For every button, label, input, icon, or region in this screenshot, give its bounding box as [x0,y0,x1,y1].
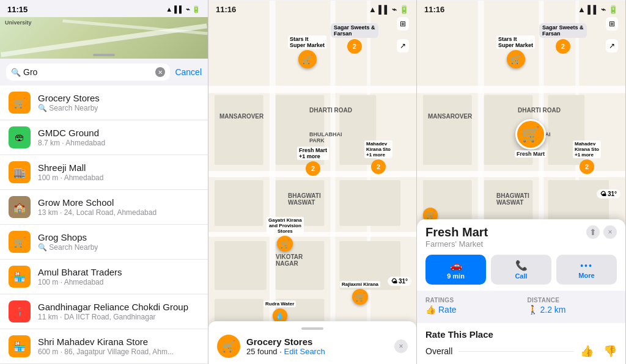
distance-label: DISTANCE [528,297,617,304]
distance-number: 2.2 km [540,305,566,315]
map-panel-2[interactable]: 11:16 ▲ ▌▌ ⌁ 🔋 MANSAROVER DHARTI ROAD BH… [208,0,417,364]
list-item[interactable]: 🏫 Grow More School 13 km · 24, Local Roa… [0,190,208,225]
list-item[interactable]: 🛒 Grog Shops 🔍 Search Nearby [0,225,208,260]
result-text-shreeji: Shreeji Mall 100 m · Ahmedabad [38,162,199,182]
selected-pin-fresh-mart[interactable]: 🛒 Fresh Mart [515,119,547,158]
distance-value: 🚶 2.2 km [528,305,617,315]
list-item[interactable]: 📍 Gandhinagar Reliance Chokdi Group 11 k… [0,294,208,329]
map-label3-bhagwati: BHAGWATIWASWAT [496,192,529,206]
list-item[interactable]: 🏬 Shreeji Mall 100 m · Ahmedabad [0,155,208,190]
temperature-badge-3: 🌤31° [597,189,620,198]
place-info: Fresh Mart Farmers' Market [425,225,488,249]
pin3-icon-stars: 🛒 [507,50,525,68]
rate-link[interactable]: Rate [438,305,457,315]
place-name: Fresh Mart [425,225,488,239]
result-subtitle: 13 km · 24, Local Road, Ahmedabad [38,208,199,217]
result-title: Grocery Stores [38,93,199,103]
temp-value-3: 31° [608,191,617,197]
result-subtitle: 100 m · Ahmedabad [38,173,199,182]
search-input-wrap[interactable]: 🔍 Gro ✕ [6,64,170,81]
result-icon-gandhinagar: 📍 [9,300,31,322]
pin-mahadev-kirana[interactable]: MahadevKirana Sto+1 more 2 [364,140,392,174]
map-thumbnail[interactable]: University [0,17,208,59]
cluster-fresh-mart: 2 [306,161,320,176]
map-label-bhulabhai: BHULABHAIPARK [309,131,342,144]
list-item[interactable]: 🏪 Shri Mahadev Kirana Store 600 m · 86, … [0,329,208,364]
result-icon-mahadev: 🏪 [9,335,31,357]
svg-rect-25 [423,95,472,165]
svg-rect-3 [208,232,416,237]
directions-button[interactable]: 🚗 9 min [425,255,486,285]
edit-search-link[interactable]: Edit Search [284,347,325,356]
svg-rect-19 [417,86,625,93]
status-time-1: 11:15 [7,5,28,14]
map-expand-button[interactable]: ⊞ [397,17,409,31]
more-icon: ••• [580,261,593,271]
pin-rudra-water[interactable]: Rudra Water 💧 [263,300,296,323]
pin-fresh-mart[interactable]: Fresh Mart+1 more 2 [297,147,329,176]
result-text-grow-more: Grow More School 13 km · 24, Local Road,… [38,197,199,217]
directions-label: 9 min [447,272,465,280]
status-time-3: 11:16 [424,5,444,14]
result-title: Shreeji Mall [38,162,199,173]
search-clear-button[interactable]: ✕ [155,67,165,77]
map3-expand-button[interactable]: ⊞ [606,17,618,31]
ratings-label: RATINGS [425,297,515,304]
thumbs-down-button[interactable]: 👎 [603,344,617,358]
map-label-mansarover: MANSAROVER [219,113,263,120]
pin-stars-market[interactable]: Stars ItSuper Market 🛒 [288,35,326,68]
result-text-mahadev: Shri Mahadev Kirana Store 600 m · 86, Ja… [38,337,199,356]
pin-rajlaxmi[interactable]: Rajlaxmi Kirana 🛒 [340,281,380,305]
temp-value: 31° [399,278,408,285]
svg-rect-1 [208,86,416,93]
pin-icon-gayatri: 🛒 [277,236,293,252]
result-icon-amul: 🏪 [9,266,31,288]
place-category: Farmers' Market [425,239,488,249]
grocery-stores-card: 🛒 Grocery Stores 25 found · Edit Search … [208,321,416,364]
result-title: GMDC Ground [38,128,199,138]
cancel-button[interactable]: Cancel [175,67,202,77]
drag-handle[interactable] [93,54,115,56]
svg-rect-13 [215,241,267,290]
list-item[interactable]: 🏪 Amul Bharat Traders 100 m · Ahmedabad [0,260,208,294]
list-item[interactable]: 🏟 GMDC Ground 8.7 km · Ahmedabad [0,120,208,155]
thumbs-up-icon: 👍 [425,305,436,315]
pin3-sagar[interactable]: Sagar Sweets &Farsan 2 [539,23,587,54]
rate-divider [458,351,574,352]
rate-row-overall: Overall 👍 👎 [425,344,617,358]
map3-compass-button[interactable]: ↗ [606,39,618,53]
distance-icon: 🚶 [528,305,538,315]
card-header: 🛒 Grocery Stores 25 found · Edit Search … [217,335,408,358]
close-button[interactable]: × [603,225,617,239]
selected-pin-label: Fresh Mart [515,150,547,158]
svg-rect-5 [330,1,335,363]
result-title: Grog Shops [38,232,199,242]
result-subtitle: 600 m · 86, Jagatpur Village Road, Ahm..… [38,348,199,356]
pin-gayatri-kirana[interactable]: Gayatri Kiranaand ProvisionStores 🛒 [267,217,304,252]
call-icon: 📞 [515,260,528,271]
result-text-gmdc: GMDC Ground 8.7 km · Ahmedabad [38,128,199,147]
card-drag-handle[interactable] [301,327,323,330]
share-button[interactable]: ⬆ [586,225,600,239]
call-button[interactable]: 📞 Call [491,255,551,285]
pin3-mahadev[interactable]: MahadevKirana Sto+1 more 2 [573,140,601,174]
map-panel-3[interactable]: 11:16 ▲ ▌▌ ⌁ 🔋 MANSAROVER DHARTI ROAD BH… [417,0,626,364]
thumbs-up-button[interactable]: 👍 [580,344,594,358]
call-label: Call [515,272,527,280]
list-item[interactable]: 🛒 Grocery Stores 🔍 Search Nearby [0,86,208,120]
search-input[interactable]: Gro [23,67,152,77]
result-title: Amul Bharat Traders [38,267,199,277]
temperature-badge: 🌤31° [388,277,411,286]
rate-overall-label: Overall [425,346,452,356]
card-close-button[interactable]: × [394,340,408,353]
ratings-value[interactable]: 👍 Rate [425,305,515,315]
more-button[interactable]: ••• More [556,255,617,285]
status-icons-3: ▲ ▌▌ ⌁ 🔋 [578,5,618,14]
result-subtitle: 🔍 Search Nearby [38,104,199,112]
pin-sagar-sweets[interactable]: Sagar Sweets &Farsan 2 [331,23,378,54]
map-compass-button[interactable]: ↗ [397,39,409,53]
rate-section: Rate This Place Overall 👍 👎 [417,323,625,364]
place-card-header: Fresh Mart Farmers' Market ⬆ × 🚗 9 min 📞… [417,219,625,291]
status-icons-2: ▲ ▌▌ ⌁ 🔋 [369,5,409,14]
pin3-stars[interactable]: Stars ItSuper Market 🛒 [496,35,535,68]
